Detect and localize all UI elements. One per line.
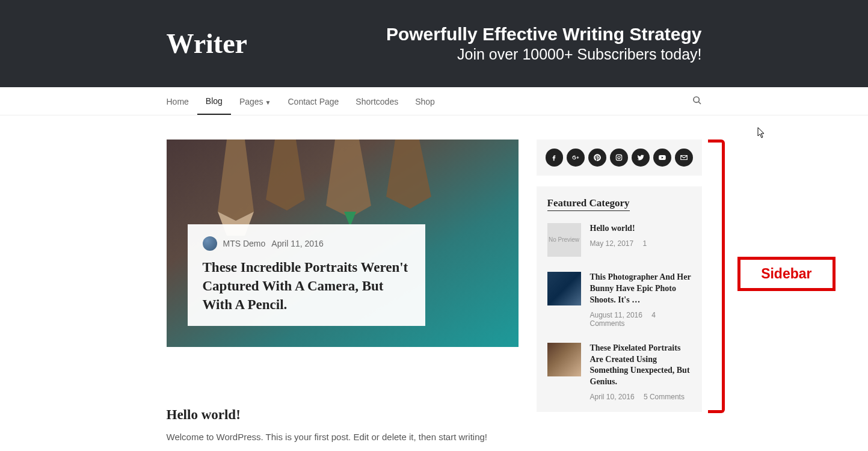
header-tagline: Powerfully Effective Writing Strategy Jo… [386,24,702,63]
featured-date: August 11, 2016 [590,311,642,319]
site-header: Writer Powerfully Effective Writing Stra… [0,0,868,87]
chevron-down-icon: ▼ [265,99,271,106]
featured-item: These Pixelated Portraits Are Created Us… [547,343,691,402]
author-avatar[interactable] [203,236,217,251]
nav-pages-label: Pages [239,97,263,106]
youtube-icon[interactable] [653,149,671,167]
nav-home[interactable]: Home [167,88,197,114]
annotation-bracket [708,140,725,413]
nav-blog[interactable]: Blog [197,87,231,115]
twitter-icon[interactable] [632,149,650,167]
thumb-image[interactable] [547,272,581,305]
google-plus-icon[interactable] [567,149,585,167]
svg-point-0 [694,97,699,102]
header-subheading: Join over 10000+ Subscribers today! [386,46,702,63]
featured-comments[interactable]: 5 Comments [644,393,685,401]
featured-date: May 12, 2017 [590,239,634,248]
sidebar: Featured Category No Preview Hello world… [537,140,702,442]
annotation-label: Sidebar [737,257,835,291]
nav-pages[interactable]: Pages▼ [231,88,280,114]
featured-post-title[interactable]: This Photographer And Her Bunny Have Epi… [590,272,691,306]
thumb-no-preview[interactable]: No Preview [547,223,581,257]
svg-point-5 [618,156,620,159]
hero-date: April 11, 2016 [271,239,323,248]
post-hello-world: Hello world! Welcome to WordPress. This … [167,407,519,442]
hero-card: MTS Demo April 11, 2016 These Incredible… [188,224,425,326]
featured-item: No Preview Hello world! May 12, 2017 1 [547,223,691,257]
main-nav: Home Blog Pages▼ Contact Page Shortcodes… [0,87,868,115]
nav-shop[interactable]: Shop [407,88,443,114]
widget-title: Featured Category [547,197,630,211]
content-column: MTS Demo April 11, 2016 These Incredible… [167,140,519,442]
pinterest-icon[interactable] [588,149,606,167]
header-heading: Powerfully Effective Writing Strategy [386,24,702,44]
featured-comments[interactable]: 1 [643,239,647,248]
email-icon[interactable] [675,149,693,167]
featured-post-title[interactable]: Hello world! [590,223,691,235]
post-title[interactable]: Hello world! [167,407,519,423]
cursor-icon [757,127,766,141]
featured-category-widget: Featured Category No Preview Hello world… [537,186,702,412]
main-content: MTS Demo April 11, 2016 These Incredible… [167,140,702,442]
featured-post-hero[interactable]: MTS Demo April 11, 2016 These Incredible… [167,140,519,347]
nav-contact[interactable]: Contact Page [280,88,348,114]
featured-post-title[interactable]: These Pixelated Portraits Are Created Us… [590,343,691,388]
social-widget [537,140,702,176]
thumb-image[interactable] [547,343,581,376]
featured-item: This Photographer And Her Bunny Have Epi… [547,272,691,328]
nav-shortcodes[interactable]: Shortcodes [347,88,407,114]
featured-date: April 10, 2016 [590,393,635,401]
hero-author[interactable]: MTS Demo [223,239,266,248]
instagram-icon[interactable] [610,149,628,167]
facebook-icon[interactable] [546,149,564,167]
site-title[interactable]: Writer [167,28,248,60]
search-icon[interactable] [692,96,702,108]
hero-title[interactable]: These Incredible Portraits Weren't Captu… [203,258,410,314]
svg-line-1 [698,102,701,104]
post-excerpt: Welcome to WordPress. This is your first… [167,432,519,442]
svg-point-6 [620,156,621,156]
